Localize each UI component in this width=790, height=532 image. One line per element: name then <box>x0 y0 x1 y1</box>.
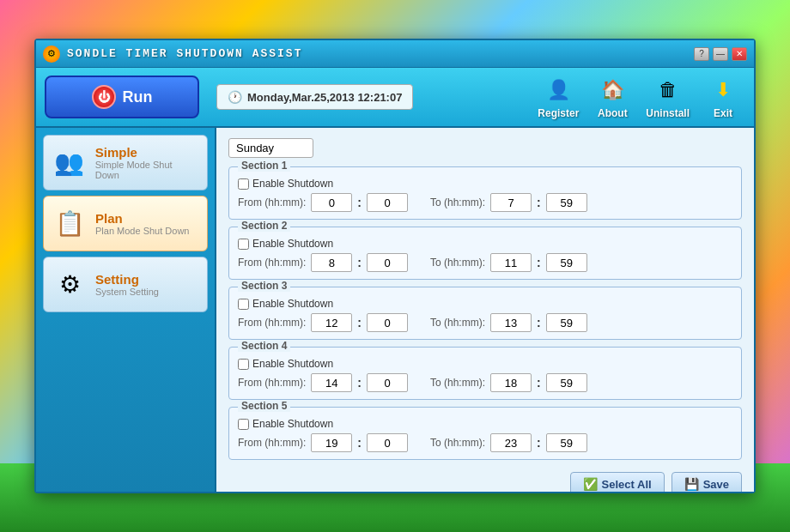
clock-area: 🕐 Monday,Mar.25,2013 12:21:07 <box>216 84 413 110</box>
day-select[interactable]: Sunday Monday Tuesday Wednesday Thursday… <box>228 138 313 158</box>
section-5-from-h[interactable] <box>311 433 352 452</box>
select-all-icon: ✅ <box>583 477 598 491</box>
sidebar-item-setting[interactable]: ⚙ Setting System Setting <box>43 257 208 312</box>
section-2-label: Section 2 <box>238 220 290 232</box>
run-button[interactable]: ⏻ Run <box>45 76 199 118</box>
section-4-to-label: To (hh:mm): <box>430 377 485 389</box>
section-1-checkbox[interactable] <box>238 178 249 190</box>
section-5-from-label: From (hh:mm): <box>238 437 306 449</box>
section-1-enable-label[interactable]: Enable Shutdown <box>238 178 333 190</box>
section-5: Section 5 Enable Shutdown From (hh:mm): … <box>228 407 742 460</box>
simple-icon: 👥 <box>52 146 87 180</box>
section-4-label: Section 4 <box>238 340 290 352</box>
section-2-checkbox[interactable] <box>238 239 249 250</box>
section-2-from-label: From (hh:mm): <box>238 257 306 269</box>
section-5-checkbox[interactable] <box>238 419 249 430</box>
section-3-to-h[interactable] <box>490 313 532 332</box>
about-label: About <box>598 107 628 119</box>
main-window: ⚙ SONDLE TIMER SHUTDOWN ASSIST ? — ✕ ⏻ R… <box>34 39 756 493</box>
section-1: Section 1 Enable Shutdown From (hh:mm): … <box>228 166 742 220</box>
section-4-from-h[interactable] <box>311 373 352 392</box>
close-button[interactable]: ✕ <box>732 47 747 61</box>
section-5-enable-label[interactable]: Enable Shutdown <box>238 418 333 430</box>
section-4-checkbox[interactable] <box>238 359 249 370</box>
section-5-to-label: To (hh:mm): <box>430 437 485 449</box>
sidebar-item-plan[interactable]: 📋 Plan Plan Mode Shut Down <box>43 196 208 251</box>
simple-title: Simple <box>95 145 198 160</box>
help-button[interactable]: ? <box>694 47 709 61</box>
title-bar: ⚙ SONDLE TIMER SHUTDOWN ASSIST ? — ✕ <box>36 40 754 68</box>
simple-subtitle: Simple Mode Shut Down <box>95 160 198 180</box>
setting-title: Setting <box>95 272 159 287</box>
section-3-from-m[interactable] <box>367 313 408 332</box>
section-4-to-m[interactable] <box>546 373 587 392</box>
section-3-to-m[interactable] <box>546 313 587 332</box>
section-2: Section 2 Enable Shutdown From (hh:mm): … <box>228 227 742 280</box>
section-2-from-h[interactable] <box>311 253 352 272</box>
save-icon: 💾 <box>684 477 699 491</box>
section-1-to-label: To (hh:mm): <box>430 196 485 209</box>
section-4-from-label: From (hh:mm): <box>238 377 306 389</box>
about-button[interactable]: 🏠 About <box>590 71 635 123</box>
section-3-from-h[interactable] <box>311 313 352 332</box>
app-title: SONDLE TIMER SHUTDOWN ASSIST <box>67 47 694 60</box>
bottom-bar: ✅ Select All 💾 Save <box>228 467 742 492</box>
clock-icon: 🕐 <box>228 90 242 104</box>
section-1-from-m[interactable] <box>367 193 408 212</box>
section-1-to-m[interactable] <box>546 193 587 212</box>
register-button[interactable]: 👤 Register <box>531 71 586 123</box>
section-4-to-h[interactable] <box>490 373 532 392</box>
section-5-to-m[interactable] <box>546 433 587 452</box>
section-2-from-m[interactable] <box>367 253 408 272</box>
minimize-button[interactable]: — <box>713 47 728 61</box>
section-1-from-h[interactable] <box>311 193 352 212</box>
section-1-label: Section 1 <box>238 160 290 172</box>
section-3: Section 3 Enable Shutdown From (hh:mm): … <box>228 287 742 340</box>
register-icon: 👤 <box>543 75 574 106</box>
plan-icon: 📋 <box>52 207 87 241</box>
section-4-from-m[interactable] <box>367 373 408 392</box>
section-2-to-label: To (hh:mm): <box>430 257 485 269</box>
register-label: Register <box>538 107 579 119</box>
app-icon: ⚙ <box>43 45 60 63</box>
nav-icons: 👤 Register 🏠 About 🗑 Uninstall ⬇ Exit <box>531 71 745 123</box>
power-icon: ⏻ <box>92 85 116 109</box>
section-1-from-label: From (hh:mm): <box>238 196 306 209</box>
section-3-to-label: To (hh:mm): <box>430 317 485 329</box>
section-3-label: Section 3 <box>238 280 290 292</box>
exit-icon: ⬇ <box>708 75 738 106</box>
toolbar: ⏻ Run 🕐 Monday,Mar.25,2013 12:21:07 👤 Re… <box>36 68 754 128</box>
save-button[interactable]: 💾 Save <box>672 472 742 492</box>
section-2-to-h[interactable] <box>490 253 532 272</box>
plan-title: Plan <box>95 211 189 226</box>
section-2-enable-label[interactable]: Enable Shutdown <box>238 238 333 250</box>
plan-subtitle: Plan Mode Shut Down <box>95 226 189 236</box>
clock-display: Monday,Mar.25,2013 12:21:07 <box>247 91 402 104</box>
exit-button[interactable]: ⬇ Exit <box>701 71 745 123</box>
day-selector: Sunday Monday Tuesday Wednesday Thursday… <box>228 138 742 158</box>
sidebar-item-simple[interactable]: 👥 Simple Simple Mode Shut Down <box>43 135 208 190</box>
uninstall-label: Uninstall <box>646 107 690 119</box>
uninstall-button[interactable]: 🗑 Uninstall <box>639 71 696 123</box>
section-4-enable-label[interactable]: Enable Shutdown <box>238 358 333 370</box>
section-4: Section 4 Enable Shutdown From (hh:mm): … <box>228 347 742 400</box>
select-all-button[interactable]: ✅ Select All <box>570 472 665 492</box>
about-icon: 🏠 <box>597 75 628 106</box>
section-3-enable-label[interactable]: Enable Shutdown <box>238 298 333 310</box>
main-panel: Sunday Monday Tuesday Wednesday Thursday… <box>216 128 754 492</box>
setting-subtitle: System Setting <box>95 287 159 297</box>
section-3-checkbox[interactable] <box>238 299 249 310</box>
content-area: 👥 Simple Simple Mode Shut Down 📋 Plan Pl… <box>36 128 754 492</box>
exit-label: Exit <box>714 107 732 119</box>
setting-icon: ⚙ <box>52 268 87 302</box>
sidebar: 👥 Simple Simple Mode Shut Down 📋 Plan Pl… <box>36 128 216 492</box>
section-5-label: Section 5 <box>238 400 290 412</box>
section-5-to-h[interactable] <box>490 433 532 452</box>
uninstall-icon: 🗑 <box>653 75 684 106</box>
section-3-from-label: From (hh:mm): <box>238 317 306 329</box>
window-controls: ? — ✕ <box>694 47 747 61</box>
section-1-to-h[interactable] <box>490 193 532 212</box>
section-2-to-m[interactable] <box>546 253 587 272</box>
section-5-from-m[interactable] <box>367 433 408 452</box>
